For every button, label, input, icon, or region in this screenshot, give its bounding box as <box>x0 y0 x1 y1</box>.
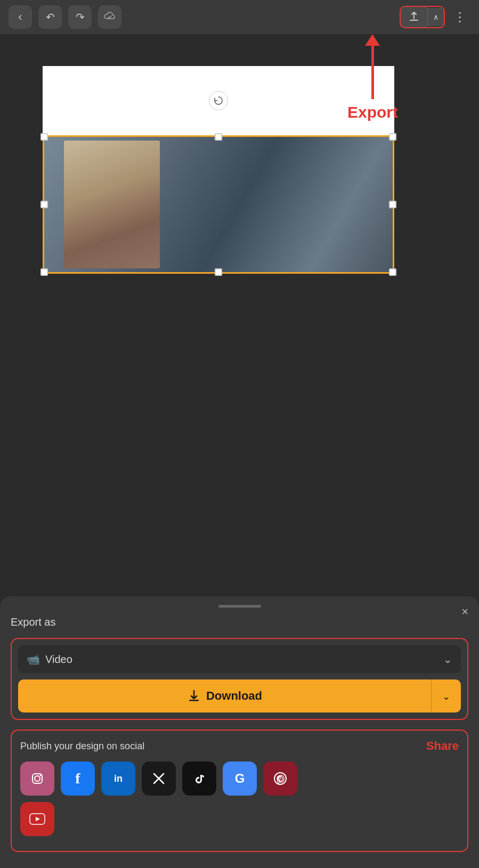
annotation-container: Export <box>347 34 398 121</box>
video-label: Video <box>45 653 72 666</box>
google-button[interactable]: G <box>223 761 257 796</box>
social-header: Publish your design on social Share <box>20 739 459 753</box>
social-icons-row-2 <box>20 802 459 836</box>
tiktok-icon <box>192 772 206 785</box>
export-button-group: ∧ <box>400 6 445 28</box>
facebook-button[interactable]: f <box>61 761 95 796</box>
svg-point-4 <box>40 775 42 776</box>
more-icon: ⋮ <box>453 10 466 24</box>
linkedin-button[interactable]: in <box>101 761 135 796</box>
export-options-section: 📹 Video ⌄ Download ⌄ <box>11 638 468 720</box>
tiktok-button[interactable] <box>182 761 216 796</box>
video-type-dropdown[interactable]: 📹 Video ⌄ <box>18 645 461 673</box>
export-main-button[interactable] <box>401 7 427 27</box>
dropdown-chevron-icon: ⌄ <box>443 653 452 666</box>
back-icon: ‹ <box>18 10 22 24</box>
facebook-icon: f <box>75 770 80 787</box>
bottom-sheet: × Export as 📹 Video ⌄ Download ⌄ <box>0 596 479 868</box>
toolbar-left: ‹ ↶ ↷ <box>9 5 121 29</box>
download-label: Download <box>206 689 262 703</box>
google-icon: G <box>235 771 245 786</box>
cloud-save-button[interactable] <box>98 5 121 29</box>
design-image-container <box>43 135 394 274</box>
toolbar-right: ∧ ⋮ <box>400 6 470 28</box>
back-button[interactable]: ‹ <box>9 5 32 29</box>
undo-icon: ↶ <box>46 11 55 23</box>
video-dropdown-label: 📹 Video <box>27 653 72 666</box>
instagram-button[interactable] <box>20 761 54 796</box>
x-button[interactable] <box>142 761 176 796</box>
linkedin-icon: in <box>114 773 123 784</box>
export-chevron-button[interactable]: ∧ <box>427 8 444 26</box>
svg-rect-1 <box>189 700 199 701</box>
export-annotation-label: Export <box>347 103 398 121</box>
svg-point-3 <box>35 776 40 781</box>
download-chevron-icon: ⌄ <box>442 691 450 702</box>
pinterest-button[interactable] <box>263 761 297 796</box>
canvas-area <box>0 34 479 415</box>
close-icon: × <box>461 605 468 618</box>
image-figure <box>64 141 160 268</box>
publish-label: Publish your design on social <box>20 741 144 752</box>
x-icon <box>152 772 166 785</box>
export-as-title: Export as <box>11 616 468 628</box>
more-options-button[interactable]: ⋮ <box>449 7 470 27</box>
instagram-icon <box>30 771 45 786</box>
cloud-icon <box>103 11 116 23</box>
design-image <box>43 135 394 274</box>
close-button[interactable]: × <box>461 605 468 619</box>
redo-button[interactable]: ↷ <box>68 5 92 29</box>
share-label: Share <box>426 739 459 753</box>
design-frame <box>43 66 394 274</box>
chevron-up-icon: ∧ <box>433 13 439 21</box>
download-button[interactable]: Download <box>18 679 431 713</box>
export-icon <box>408 11 420 23</box>
video-camera-icon: 📹 <box>27 653 40 666</box>
redo-icon: ↷ <box>76 11 85 23</box>
social-icons-row-1: f in G <box>20 761 459 796</box>
undo-button[interactable]: ↶ <box>38 5 62 29</box>
download-options-button[interactable]: ⌄ <box>431 679 461 713</box>
download-icon <box>187 689 201 703</box>
download-row: Download ⌄ <box>18 679 461 713</box>
toolbar: ‹ ↶ ↷ ∧ <box>0 0 479 34</box>
drag-handle[interactable] <box>218 605 261 608</box>
arrow-shaft <box>371 46 374 99</box>
social-share-section: Publish your design on social Share f in <box>11 730 468 852</box>
youtube-icon <box>29 813 45 825</box>
arrow-head-icon <box>365 34 380 46</box>
svg-rect-0 <box>410 20 418 21</box>
pinterest-icon <box>273 772 287 785</box>
design-white-section <box>43 66 394 135</box>
youtube-button[interactable] <box>20 802 54 836</box>
rotate-handle[interactable] <box>209 91 228 110</box>
